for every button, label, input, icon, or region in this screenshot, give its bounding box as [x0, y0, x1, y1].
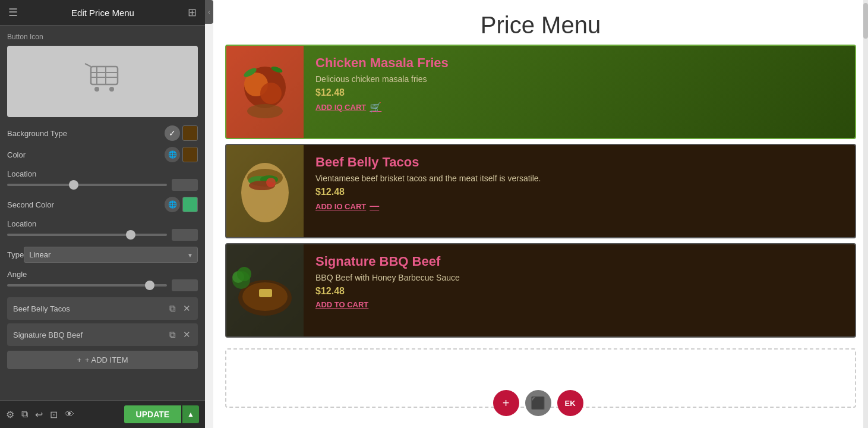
type-select-wrapper: Linear Radial ▼ — [24, 247, 198, 263]
second-color-swatch[interactable] — [182, 197, 198, 212]
items-list: Beef Belly Tacos ⧉ ✕ Signature BBQ Beef … — [7, 297, 198, 346]
scrollbar-thumb[interactable] — [863, 3, 868, 39]
update-arrow-button[interactable]: ▲ — [182, 405, 199, 423]
remove-item-2-btn[interactable]: ✕ — [182, 328, 192, 341]
update-btn-wrapper: UPDATE ▲ — [124, 405, 199, 423]
svg-point-28 — [237, 267, 251, 281]
type-row: Type Linear Radial ▼ — [7, 247, 198, 263]
angle-slider[interactable] — [7, 284, 167, 287]
second-color-label: Second Color — [7, 200, 54, 209]
menu-item-name-3: Signature BBQ Beef — [315, 254, 460, 269]
undo-icon[interactable]: ↩ — [35, 409, 43, 420]
right-panel: Price Menu Chicken Masala Fries Deliciou… — [213, 0, 868, 428]
menu-item-img-2 — [226, 145, 304, 237]
panel-header: ☰ Edit Price Menu ⊞ — [0, 0, 205, 26]
footer-icons: ⚙ ⧉ ↩ ⊡ 👁 — [6, 409, 74, 420]
location-value-1[interactable]: 41 — [172, 179, 198, 191]
check-btn[interactable]: ✓ — [165, 125, 180, 141]
location-label-1: Location — [7, 169, 36, 178]
menu-item-desc-1: Delicious chicken masala fries — [315, 74, 449, 84]
plus-icon: + — [77, 355, 81, 364]
menu-item-name-2: Beef Belly Tacos — [315, 155, 541, 170]
second-color-row: Second Color 🌐 — [7, 197, 198, 212]
location-slider-2[interactable] — [7, 234, 167, 236]
collapse-handle[interactable]: ‹ — [205, 0, 213, 24]
menu-item-price-3: $12.48 — [315, 286, 460, 297]
slider-container-2: 79 — [7, 229, 198, 241]
eye-icon[interactable]: 👁 — [65, 409, 74, 420]
panel-content: Button Icon Background Type ✓ — [0, 26, 205, 400]
left-panel: ☰ Edit Price Menu ⊞ Button Icon Backgrou… — [0, 0, 205, 428]
icon-preview — [7, 46, 198, 117]
cart-icon-1: 🛒 — [370, 102, 381, 113]
tacos-image — [226, 145, 304, 237]
slider-container-1: 41 — [7, 179, 198, 191]
panel-footer: ⚙ ⧉ ↩ ⊡ 👁 UPDATE ▲ — [0, 400, 205, 428]
color-row: Color 🌐 — [7, 147, 198, 162]
menu-item-card-1: Chicken Masala Fries Delicious chicken m… — [225, 45, 856, 139]
responsive-icon[interactable]: ⊡ — [50, 409, 58, 420]
add-to-cart-btn-2[interactable]: ADD IO CART — — [315, 201, 541, 212]
background-type-controls: ✓ — [165, 125, 198, 141]
menu-item-price-2: $12.48 — [315, 187, 541, 197]
slider-container-angle: 330 — [7, 279, 198, 291]
svg-point-12 — [247, 104, 283, 118]
menu-item-info-2: Beef Belly Tacos Vientamese beef brisket… — [304, 145, 553, 237]
background-type-row: Background Type ✓ — [7, 125, 198, 141]
location-value-2[interactable]: 79 — [172, 229, 198, 241]
svg-rect-25 — [259, 289, 272, 297]
update-button[interactable]: UPDATE — [124, 405, 182, 423]
svg-point-6 — [109, 87, 114, 92]
bbq-image — [226, 244, 304, 336]
location-slider-1[interactable] — [7, 184, 167, 186]
angle-row: Angle 330 — [7, 269, 198, 291]
color-label: Color — [7, 150, 26, 159]
stop-toolbar-btn[interactable]: ⬛ — [525, 390, 551, 416]
color-controls: 🌐 — [165, 147, 198, 162]
remove-item-1-btn[interactable]: ✕ — [182, 302, 192, 315]
main-color-swatch[interactable] — [182, 147, 198, 162]
svg-point-21 — [266, 178, 276, 187]
grid-icon[interactable]: ⊞ — [188, 6, 197, 19]
type-label: Type — [7, 250, 24, 259]
angle-value[interactable]: 330 — [172, 279, 198, 291]
globe-btn-2[interactable]: 🌐 — [165, 197, 180, 212]
color-swatch-brown[interactable] — [182, 125, 198, 141]
location-row-2: Location 79 — [7, 218, 198, 241]
add-item-button[interactable]: + + ADD ITEM — [7, 351, 198, 369]
layers-icon[interactable]: ⧉ — [21, 409, 28, 420]
menu-item-price-1: $12.48 — [315, 87, 449, 98]
svg-rect-0 — [91, 67, 118, 84]
cart-icon — [79, 61, 127, 102]
menu-item-info-3: Signature BBQ Beef BBQ Beef with Honey B… — [304, 244, 472, 336]
scrollbar-track[interactable] — [863, 0, 868, 428]
menu-items-container: Chicken Masala Fries Delicious chicken m… — [213, 45, 868, 342]
add-toolbar-btn[interactable]: + — [493, 390, 519, 416]
location-label-2: Location — [7, 219, 36, 228]
menu-icon[interactable]: ☰ — [8, 6, 18, 19]
menu-item-card-2: Beef Belly Tacos Vientamese beef brisket… — [225, 144, 856, 238]
item-name-1: Beef Belly Tacos — [13, 304, 163, 313]
ek-toolbar-btn[interactable]: EK — [557, 390, 583, 416]
add-item-label: + ADD ITEM — [85, 355, 128, 364]
copy-item-1-btn[interactable]: ⧉ — [168, 302, 177, 315]
settings-icon[interactable]: ⚙ — [6, 409, 14, 420]
copy-item-2-btn[interactable]: ⧉ — [168, 328, 177, 341]
menu-item-img-1 — [226, 46, 304, 138]
menu-item-info-1: Chicken Masala Fries Delicious chicken m… — [304, 46, 460, 138]
add-to-cart-btn-1[interactable]: ADD IQ CART 🛒 — [315, 102, 449, 113]
item-name-2: Signature BBQ Beef — [13, 331, 163, 339]
menu-item-desc-2: Vientamese beef brisket tacos and the me… — [315, 174, 541, 183]
svg-point-5 — [94, 87, 99, 92]
chicken-image — [226, 46, 304, 138]
second-color-controls: 🌐 — [165, 197, 198, 212]
type-select[interactable]: Linear Radial — [24, 247, 198, 263]
list-item: Signature BBQ Beef ⧉ ✕ — [7, 323, 198, 346]
location-row-1: Location 41 — [7, 168, 198, 191]
menu-item-card-3: Signature BBQ Beef BBQ Beef with Honey B… — [225, 243, 856, 338]
section-label: Button Icon — [7, 33, 198, 41]
add-to-cart-btn-3[interactable]: ADD TO CART — [315, 300, 460, 309]
angle-label: Angle — [7, 270, 27, 279]
globe-btn[interactable]: 🌐 — [165, 147, 180, 162]
menu-item-img-3 — [226, 244, 304, 336]
